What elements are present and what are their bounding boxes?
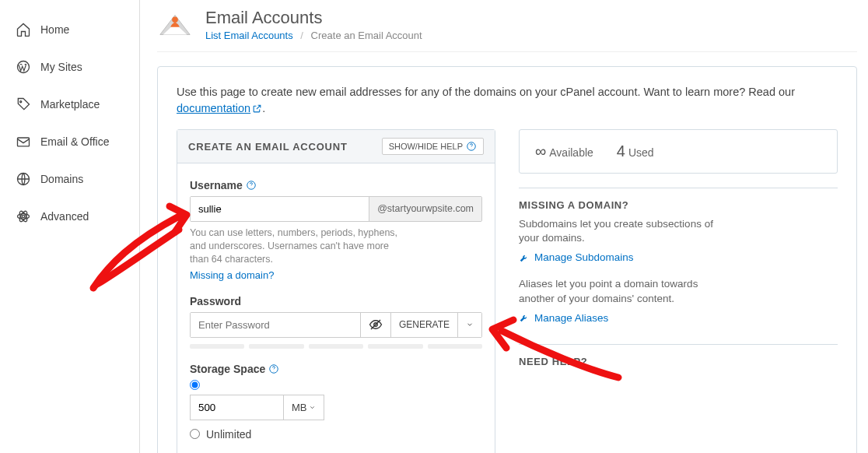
help-icon[interactable] [268,363,279,374]
stat-used: 4Used [617,142,654,160]
generate-button[interactable]: GENERATE [390,313,457,337]
doc-link[interactable]: documentation [177,102,262,114]
generate-dropdown-button[interactable] [457,313,481,337]
manage-subdomains-link[interactable]: Manage Subdomains [519,251,838,263]
svg-rect-2 [18,138,30,146]
sidebar-item-label: My Sites [40,61,82,73]
radio-unlimited[interactable] [190,429,200,439]
breadcrumb-list-link[interactable]: List Email Accounts [205,30,293,41]
eye-off-icon [369,318,383,332]
sidebar-item-advanced[interactable]: Advanced [0,198,139,235]
missing-domain-heading: MISSING A DOMAIN? [519,188,838,211]
sidebar-item-label: Marketplace [40,98,100,111]
radio-fixed[interactable] [190,380,200,390]
help-icon [466,141,477,152]
password-strength-meter [190,344,482,349]
wp-icon [16,59,31,75]
manage-aliases-link[interactable]: Manage Aliases [519,312,838,324]
username-hint: You can use letters, numbers, periods, h… [190,226,408,266]
page-title: Email Accounts [205,8,422,28]
username-input[interactable] [191,197,369,221]
card-title: CREATE AN EMAIL ACCOUNT [188,141,348,153]
email-accounts-icon [157,6,193,42]
show-hide-help-button[interactable]: SHOW/HIDE HELP [382,138,484,155]
wrench-icon [519,252,530,263]
storage-value-input[interactable] [190,395,283,420]
svg-point-4 [22,215,24,217]
storage-unlimited-radio[interactable]: Unlimited [190,428,482,441]
toggle-visibility-button[interactable] [360,313,390,337]
sidebar-item-home[interactable]: Home [0,11,139,48]
sidebar-item-email[interactable]: Email & Office [0,123,139,160]
sidebar-item-label: Home [40,23,69,36]
atom-icon [16,209,31,224]
chevron-down-icon [309,404,316,411]
storage-unit-select[interactable]: MB [283,395,324,420]
storage-label: Storage Space [190,363,482,375]
stat-available: ∞Available [535,142,593,160]
breadcrumb: List Email Accounts / Create an Email Ac… [205,30,422,41]
tag-icon [16,97,31,112]
external-icon [252,104,262,114]
sidebar-item-label: Email & Office [40,135,109,148]
chevron-down-icon [466,321,474,328]
globe-icon [16,171,31,187]
sidebar-item-marketplace[interactable]: Marketplace [0,86,139,123]
help-icon[interactable] [246,180,257,191]
need-help-heading: NEED HELP? [519,344,838,367]
intro-text: Use this page to create new email addres… [177,84,838,117]
main-content: Email Accounts List Email Accounts / Cre… [140,0,868,453]
domain-suffix[interactable]: @startyourwpsite.com [369,197,481,221]
password-group: GENERATE [190,312,482,338]
content-panel: Use this page to create new email addres… [157,66,857,453]
username-label: Username [190,179,482,191]
alias-text: Aliases let you point a domain towards a… [519,277,721,305]
sidebar: Home My Sites Marketplace Email & Office… [0,0,140,453]
missing-domain-link[interactable]: Missing a domain? [190,269,274,281]
password-label: Password [190,295,482,307]
sidebar-item-label: Advanced [40,210,89,223]
svg-point-5 [18,214,30,219]
svg-point-1 [20,101,22,103]
sidebar-item-label: Domains [40,173,83,185]
storage-fixed-radio[interactable] [190,380,482,390]
create-account-card: CREATE AN EMAIL ACCOUNT SHOW/HIDE HELP U… [177,129,495,453]
username-group: @startyourwpsite.com [190,196,482,222]
sidebar-item-mysites[interactable]: My Sites [0,48,139,86]
stats-box: ∞Available 4Used [519,129,838,174]
svg-point-8 [172,16,178,23]
password-input[interactable] [191,313,360,337]
wrench-icon [519,312,530,323]
mail-icon [16,134,31,149]
sidebar-item-domains[interactable]: Domains [0,160,139,198]
subdomain-text: Subdomains let you create subsections of… [519,217,721,245]
page-header: Email Accounts List Email Accounts / Cre… [157,0,857,52]
home-icon [16,22,31,37]
breadcrumb-current: Create an Email Account [311,30,422,41]
